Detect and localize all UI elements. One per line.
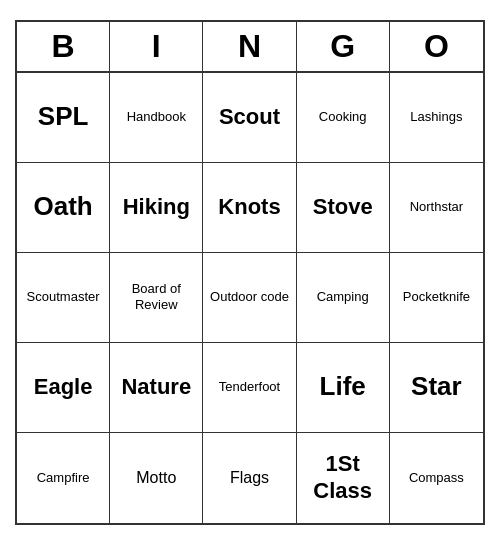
bingo-cell: Lashings — [390, 73, 483, 163]
bingo-cell: Pocketknife — [390, 253, 483, 343]
header-letter: G — [297, 22, 390, 71]
bingo-cell: Knots — [203, 163, 296, 253]
cell-label: Life — [320, 371, 366, 402]
cell-label: Tenderfoot — [219, 379, 280, 395]
cell-label: Knots — [218, 194, 280, 220]
bingo-cell: 1St Class — [297, 433, 390, 523]
bingo-card: BINGO SPLHandbookScoutCookingLashingsOat… — [15, 20, 485, 525]
header-letter: N — [203, 22, 296, 71]
cell-label: Star — [411, 371, 462, 402]
bingo-grid: SPLHandbookScoutCookingLashingsOathHikin… — [17, 73, 483, 523]
bingo-cell: Handbook — [110, 73, 203, 163]
bingo-cell: Tenderfoot — [203, 343, 296, 433]
cell-label: Pocketknife — [403, 289, 470, 305]
bingo-cell: Cooking — [297, 73, 390, 163]
bingo-cell: Northstar — [390, 163, 483, 253]
bingo-cell: Motto — [110, 433, 203, 523]
cell-label: Handbook — [127, 109, 186, 125]
cell-label: Hiking — [123, 194, 190, 220]
bingo-cell: Nature — [110, 343, 203, 433]
cell-label: Scout — [219, 104, 280, 130]
bingo-cell: Life — [297, 343, 390, 433]
cell-label: Northstar — [410, 199, 463, 215]
bingo-cell: Eagle — [17, 343, 110, 433]
header-letter: B — [17, 22, 110, 71]
bingo-cell: Star — [390, 343, 483, 433]
cell-label: Lashings — [410, 109, 462, 125]
cell-label: Cooking — [319, 109, 367, 125]
cell-label: Camping — [317, 289, 369, 305]
cell-label: Flags — [230, 468, 269, 487]
bingo-cell: SPL — [17, 73, 110, 163]
bingo-cell: Scout — [203, 73, 296, 163]
cell-label: SPL — [38, 101, 89, 132]
bingo-cell: Stove — [297, 163, 390, 253]
cell-label: Compass — [409, 470, 464, 486]
header-letter: O — [390, 22, 483, 71]
cell-label: Outdoor code — [210, 289, 289, 305]
cell-label: Campfire — [37, 470, 90, 486]
bingo-cell: Campfire — [17, 433, 110, 523]
cell-label: Motto — [136, 468, 176, 487]
cell-label: Oath — [33, 191, 92, 222]
cell-label: Board of Review — [116, 281, 196, 312]
cell-label: Eagle — [34, 374, 93, 400]
bingo-cell: Board of Review — [110, 253, 203, 343]
bingo-header: BINGO — [17, 22, 483, 73]
bingo-cell: Camping — [297, 253, 390, 343]
bingo-cell: Flags — [203, 433, 296, 523]
bingo-cell: Oath — [17, 163, 110, 253]
bingo-cell: Outdoor code — [203, 253, 296, 343]
bingo-cell: Hiking — [110, 163, 203, 253]
header-letter: I — [110, 22, 203, 71]
cell-label: Scoutmaster — [27, 289, 100, 305]
bingo-cell: Compass — [390, 433, 483, 523]
cell-label: Stove — [313, 194, 373, 220]
cell-label: Nature — [121, 374, 191, 400]
bingo-cell: Scoutmaster — [17, 253, 110, 343]
cell-label: 1St Class — [303, 451, 383, 504]
